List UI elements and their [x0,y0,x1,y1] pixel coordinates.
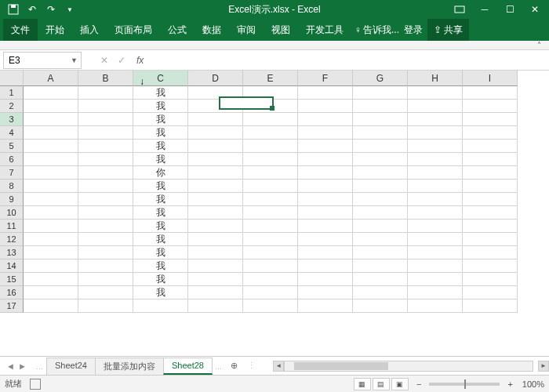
cell[interactable] [298,233,353,246]
scrollbar-track[interactable] [284,361,533,372]
cell[interactable] [243,246,298,260]
worksheet-grid[interactable]: ABCDEFGHI 1234567891011121314151617 我我我我… [0,71,549,356]
cell[interactable] [408,113,463,126]
sheet-tab[interactable]: 批量添加内容 [95,358,164,375]
cell[interactable] [243,260,298,273]
cell[interactable]: 我 [133,193,188,206]
ribbon-options-icon[interactable] [449,2,471,17]
row-header-10[interactable]: 10 [0,206,24,220]
cell[interactable] [463,166,518,180]
cell[interactable] [463,246,518,260]
sheet-nav[interactable]: ◄► [0,361,33,371]
cell[interactable] [408,246,463,260]
sheet-more-dots[interactable]: ... [215,361,222,371]
cell[interactable]: 我 [133,233,188,246]
undo-icon[interactable]: ↶ [24,2,41,17]
row-header-1[interactable]: 1 [0,86,24,100]
cell[interactable] [353,206,408,220]
add-sheet-button[interactable]: ⊕ [225,361,242,371]
cell[interactable] [353,220,408,233]
row-header-3[interactable]: 3 [0,113,24,126]
cell[interactable] [298,153,353,166]
cell[interactable] [188,286,243,299]
tab-insert[interactable]: 插入 [72,19,107,41]
cell[interactable] [78,273,133,286]
row-header-13[interactable]: 13 [0,246,24,260]
cell[interactable] [243,206,298,220]
cell[interactable] [24,126,78,140]
cell[interactable] [463,113,518,126]
cell[interactable] [298,260,353,273]
cell[interactable]: 我 [133,180,188,193]
row-header-15[interactable]: 15 [0,273,24,286]
name-box[interactable]: E3 ▼ [3,52,82,69]
cell[interactable] [243,180,298,193]
cell[interactable] [298,166,353,180]
tab-view[interactable]: 视图 [264,19,298,41]
cell[interactable] [408,206,463,220]
cell[interactable] [78,246,133,260]
tab-developer[interactable]: 开发工具 [298,19,351,41]
cell[interactable] [78,260,133,273]
cell[interactable] [243,233,298,246]
cell[interactable] [298,220,353,233]
cell[interactable] [353,166,408,180]
col-header-H[interactable]: H [408,71,463,86]
tab-review[interactable]: 审阅 [229,19,264,41]
cell[interactable] [463,153,518,166]
cell[interactable] [24,100,78,113]
row-header-7[interactable]: 7 [0,166,24,180]
col-header-I[interactable]: I [463,71,518,86]
cell[interactable] [353,113,408,126]
cell[interactable] [78,299,133,313]
cell[interactable] [188,100,243,113]
cell[interactable] [408,193,463,206]
cell[interactable] [243,166,298,180]
cell[interactable] [298,273,353,286]
cell[interactable] [463,299,518,313]
cell[interactable]: 我 [133,260,188,273]
col-header-F[interactable]: F [298,71,353,86]
maximize-icon[interactable]: ☐ [499,2,521,17]
cell[interactable] [353,153,408,166]
enter-icon[interactable]: ✓ [118,55,125,66]
cell[interactable] [353,299,408,313]
cell[interactable] [243,299,298,313]
cell[interactable] [24,140,78,153]
cell[interactable] [243,126,298,140]
zoom-out-button[interactable]: − [416,379,421,389]
cell[interactable] [408,86,463,100]
cell[interactable] [353,273,408,286]
zoom-in-button[interactable]: + [507,379,512,389]
cell[interactable] [188,206,243,220]
cell[interactable] [298,113,353,126]
cell[interactable] [188,246,243,260]
cell[interactable] [24,273,78,286]
cell[interactable] [78,140,133,153]
view-pagebreak-button[interactable]: ▣ [391,378,409,390]
cell[interactable] [24,246,78,260]
cell[interactable] [78,86,133,100]
tab-layout[interactable]: 页面布局 [107,19,160,41]
cell[interactable] [243,100,298,113]
cell[interactable]: 我 [133,140,188,153]
cell[interactable] [188,273,243,286]
row-header-17[interactable]: 17 [0,299,24,313]
cell[interactable] [78,100,133,113]
cell[interactable] [408,233,463,246]
cell[interactable] [78,180,133,193]
cell[interactable] [243,140,298,153]
row-header-5[interactable]: 5 [0,140,24,153]
cell[interactable] [24,113,78,126]
row-header-12[interactable]: 12 [0,233,24,246]
cell[interactable] [408,180,463,193]
cell[interactable] [298,100,353,113]
cell[interactable] [188,113,243,126]
cell[interactable] [298,299,353,313]
cell[interactable] [408,100,463,113]
col-header-D[interactable]: D [188,71,243,86]
cell[interactable] [298,206,353,220]
cell[interactable] [353,100,408,113]
cell[interactable] [298,86,353,100]
cell[interactable] [188,153,243,166]
